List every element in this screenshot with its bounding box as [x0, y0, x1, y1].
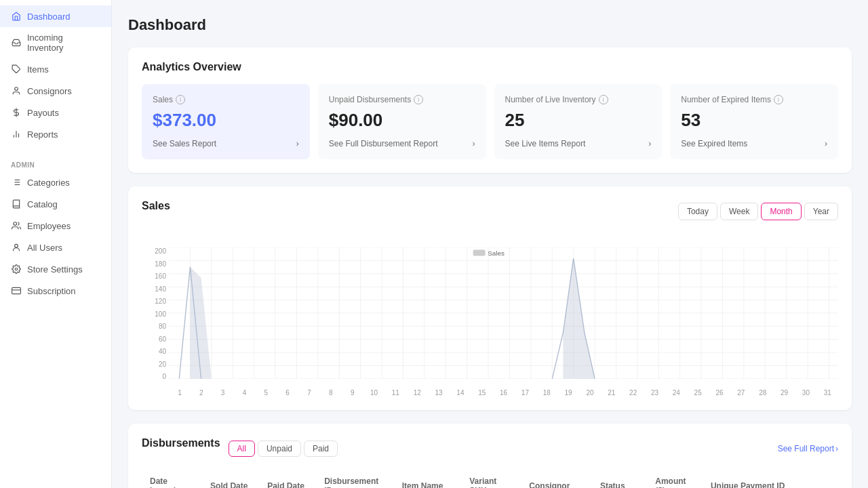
table-header: Date Issued Sold Date Paid Date Disburse…	[142, 471, 838, 488]
svg-rect-61	[473, 250, 486, 256]
sidebar-item-all-users[interactable]: All Users	[0, 237, 111, 258]
sidebar-item-label: Dashboard	[27, 12, 71, 22]
x-label: 7	[298, 389, 320, 396]
y-label: 100	[155, 310, 166, 318]
sidebar-item-payouts[interactable]: Payouts	[0, 102, 111, 123]
x-label: 17	[515, 389, 536, 396]
svg-point-13	[15, 244, 18, 247]
col-variant-sku: Variant SKU	[461, 471, 521, 488]
col-status: Status	[592, 471, 647, 488]
sales-chart-title: Sales	[142, 200, 170, 212]
col-item-name: Item Name	[394, 471, 462, 488]
y-label: 60	[159, 336, 166, 343]
disbursements-title-area: Disbursements All Unpaid Paid	[142, 437, 338, 460]
card-icon	[11, 285, 22, 296]
col-amount: Amount ($)	[647, 471, 703, 488]
info-icon-sales: i	[176, 95, 185, 104]
x-label: 27	[730, 389, 752, 396]
x-label: 13	[428, 389, 450, 396]
inbox-icon	[11, 37, 22, 48]
svg-marker-60	[552, 258, 595, 379]
sidebar-item-label: Subscription	[27, 286, 76, 296]
disbursements-title: Disbursements	[142, 437, 220, 449]
see-expired-items-link[interactable]: See Expired Items ›	[681, 139, 827, 148]
x-label: 12	[406, 389, 428, 396]
sidebar-item-store-settings[interactable]: Store Settings	[0, 258, 111, 280]
x-label: 18	[536, 389, 557, 396]
y-label: 20	[159, 361, 166, 368]
period-btn-year[interactable]: Year	[804, 203, 838, 220]
analytics-card-unpaid: Unpaid Disbursements i $90.00 See Full D…	[318, 84, 486, 159]
y-label: 40	[159, 348, 166, 355]
x-label: 20	[579, 389, 601, 396]
info-icon-unpaid: i	[414, 95, 423, 104]
x-label: 6	[277, 389, 298, 396]
disbursements-header: Disbursements All Unpaid Paid See Full R…	[142, 437, 838, 460]
chevron-right-icon: ›	[648, 139, 651, 148]
see-full-report-link[interactable]: See Full Report ›	[778, 444, 838, 453]
period-btn-week[interactable]: Week	[720, 203, 758, 220]
disbursements-card: Disbursements All Unpaid Paid See Full R…	[128, 424, 852, 488]
chevron-right-icon: ›	[473, 139, 475, 148]
sidebar-item-dashboard[interactable]: Dashboard	[0, 5, 111, 27]
x-label: 23	[644, 389, 666, 396]
y-label: 200	[155, 247, 166, 255]
sidebar-item-consignors[interactable]: Consignors	[0, 80, 111, 102]
x-label: 9	[342, 389, 363, 396]
disbursements-filters: All Unpaid Paid	[229, 441, 338, 457]
chart-x-axis: 1 2 3 4 5 6 7 8 9 10 11 12 13 14 15 16 1	[169, 389, 838, 396]
filter-all[interactable]: All	[229, 441, 255, 457]
sidebar-item-items[interactable]: Items	[0, 58, 111, 80]
filter-paid[interactable]: Paid	[304, 441, 338, 457]
x-label: 1	[169, 389, 191, 396]
sidebar-item-label: Incoming Inventory	[27, 33, 100, 53]
info-icon-expired: i	[774, 95, 783, 104]
sidebar-main-nav: Dashboard Incoming Inventory Items Consi…	[0, 0, 111, 150]
sidebar-admin-section: ADMIN Categories Catalog Employees	[0, 150, 111, 307]
sidebar-item-label: Catalog	[27, 199, 58, 209]
filter-unpaid[interactable]: Unpaid	[258, 441, 301, 457]
sidebar-item-catalog[interactable]: Catalog	[0, 193, 111, 215]
period-btn-month[interactable]: Month	[761, 203, 801, 220]
sidebar-item-label: Reports	[27, 129, 58, 140]
sales-header: Sales Today Week Month Year	[142, 200, 838, 223]
sidebar-item-label: Employees	[27, 221, 71, 231]
sidebar-item-label: Consignors	[27, 86, 72, 96]
sidebar-item-incoming-inventory[interactable]: Incoming Inventory	[0, 27, 111, 58]
sidebar-item-label: Categories	[27, 178, 70, 188]
dollar-icon	[11, 107, 22, 118]
x-label: 31	[816, 389, 838, 396]
sales-chart-area: 200 180 160 140 120 100 80 60 40 20 0	[142, 234, 838, 396]
x-label: 11	[384, 389, 406, 396]
sidebar: Dashboard Incoming Inventory Items Consi…	[0, 0, 112, 488]
settings-icon	[11, 264, 22, 274]
sidebar-item-reports[interactable]: Reports	[0, 123, 111, 145]
analytics-value-live: 25	[505, 110, 652, 131]
analytics-label-expired: Number of Expired Items i	[681, 95, 827, 104]
admin-section-label: ADMIN	[0, 156, 111, 171]
sales-chart-card: Sales Today Week Month Year 200 180 160 …	[128, 186, 852, 410]
period-btn-today[interactable]: Today	[678, 203, 717, 220]
sidebar-item-subscription[interactable]: Subscription	[0, 280, 111, 302]
see-disbursement-report-link[interactable]: See Full Disbursement Report ›	[329, 139, 475, 148]
y-label: 160	[155, 272, 166, 280]
sidebar-item-categories[interactable]: Categories	[0, 171, 111, 193]
analytics-grid: Sales i $373.00 See Sales Report › Unpai…	[142, 84, 838, 159]
x-label: 22	[623, 389, 644, 396]
svg-point-12	[14, 222, 17, 226]
y-label: 120	[155, 298, 166, 305]
chart-svg: Sales	[169, 247, 838, 379]
list-icon	[11, 177, 22, 188]
see-live-items-link[interactable]: See Live Items Report ›	[505, 139, 652, 148]
period-buttons: Today Week Month Year	[678, 203, 838, 220]
see-sales-report-link[interactable]: See Sales Report ›	[153, 139, 299, 148]
col-paid-date: Paid Date	[259, 471, 316, 488]
sidebar-item-employees[interactable]: Employees	[0, 215, 111, 237]
x-label: 25	[687, 389, 709, 396]
col-unique-id: Unique Payment ID	[703, 471, 838, 488]
col-consignor: Consignor	[521, 471, 592, 488]
sidebar-item-label: Payouts	[27, 108, 59, 118]
x-label: 8	[320, 389, 342, 396]
col-sold-date: Sold Date	[202, 471, 259, 488]
x-label: 28	[752, 389, 774, 396]
